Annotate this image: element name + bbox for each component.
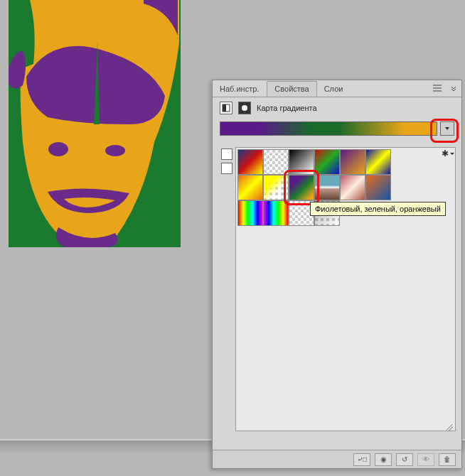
panel-menu-icon[interactable] <box>429 82 446 96</box>
picker-side-toggles <box>221 147 235 431</box>
preset-swatch[interactable] <box>289 149 314 175</box>
panel-tabs: Наб.инстр. Свойства Слои <box>213 80 461 97</box>
delete-icon[interactable]: 🗑 <box>439 453 456 466</box>
preset-swatch[interactable] <box>340 149 365 175</box>
gradient-preview[interactable] <box>220 121 437 136</box>
preset-swatch[interactable] <box>263 175 289 200</box>
tab-layers[interactable]: Слои <box>317 82 351 96</box>
preset-picker-box: Фиолетовый, зеленый, оранжевый <box>235 147 456 431</box>
artwork-svg <box>9 0 181 247</box>
preset-swatch[interactable] <box>237 175 263 200</box>
panel-collapse-icon[interactable] <box>446 82 461 96</box>
view-previous-icon[interactable]: ◉ <box>375 453 392 466</box>
preset-swatch[interactable] <box>237 149 263 175</box>
canvas-artwork <box>9 0 181 247</box>
resize-grip-icon[interactable] <box>445 421 454 429</box>
reset-icon[interactable]: ↺ <box>396 453 413 466</box>
panel-footer: ⤶□ ◉ ↺ 👁 🗑 <box>213 450 461 468</box>
properties-panel: Наб.инстр. Свойства Слои Карта градиента… <box>212 80 462 469</box>
svg-rect-3 <box>9 0 18 247</box>
preset-swatch[interactable] <box>289 175 314 200</box>
tab-tools[interactable]: Наб.инстр. <box>213 82 267 96</box>
property-header: Карта градиента <box>213 97 461 119</box>
toggle-visibility-icon[interactable]: 👁 <box>417 453 434 466</box>
preset-swatch[interactable] <box>237 200 263 226</box>
toggle-reverse[interactable] <box>221 163 232 174</box>
preset-swatch[interactable] <box>340 175 365 200</box>
toggle-dither[interactable] <box>221 148 232 160</box>
picker-settings-icon[interactable] <box>439 146 456 161</box>
preset-swatch[interactable] <box>263 200 289 226</box>
preset-swatch[interactable] <box>263 149 289 175</box>
preset-tooltip: Фиолетовый, зеленый, оранжевый <box>310 202 446 216</box>
clip-to-layer-icon[interactable]: ⤶□ <box>353 453 370 466</box>
svg-rect-8 <box>223 104 226 112</box>
tab-properties[interactable]: Свойства <box>267 81 316 97</box>
preset-swatch[interactable] <box>314 149 340 175</box>
preset-swatch[interactable] <box>365 149 391 175</box>
svg-point-2 <box>105 145 125 156</box>
property-title: Карта градиента <box>257 104 317 112</box>
adjustment-layer-icon <box>220 102 232 114</box>
preset-swatch[interactable] <box>365 175 391 200</box>
svg-point-1 <box>48 142 68 156</box>
mask-icon[interactable] <box>238 102 251 114</box>
gradient-picker: Фиолетовый, зеленый, оранжевый <box>221 147 456 431</box>
gradient-editor-row <box>213 119 461 141</box>
gradient-dropdown-button[interactable] <box>440 121 454 136</box>
preset-swatch[interactable] <box>314 175 340 200</box>
